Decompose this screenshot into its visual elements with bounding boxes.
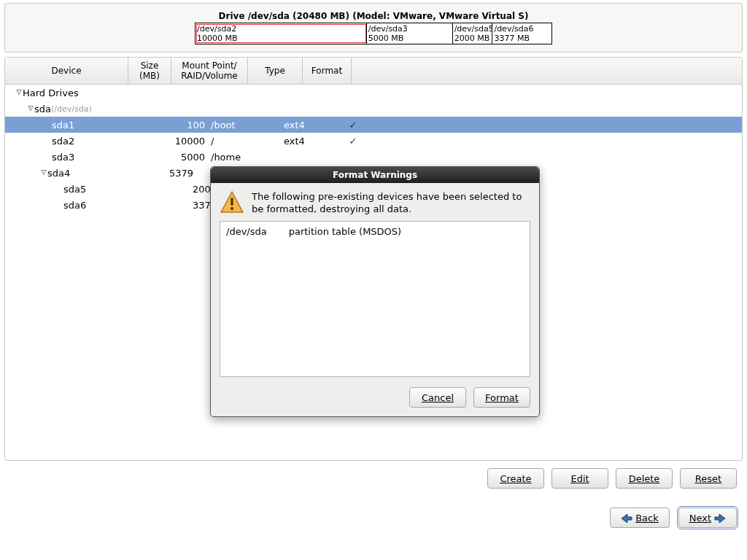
partition-label: sda1 bbox=[52, 120, 74, 131]
back-button[interactable]: Back bbox=[610, 508, 670, 528]
svg-point-4 bbox=[231, 207, 233, 210]
table-actions: Create Edit Delete Reset bbox=[0, 461, 747, 489]
dialog-title: Format Warnings bbox=[211, 167, 539, 183]
col-format[interactable]: Format bbox=[303, 58, 352, 84]
reset-button[interactable]: Reset bbox=[680, 468, 737, 489]
checkmark-icon: ✓ bbox=[349, 120, 357, 131]
partition-row[interactable]: sda210000/ext4✓ bbox=[5, 133, 742, 149]
arrow-left-icon bbox=[621, 513, 632, 524]
dialog-device-list: /dev/sda partition table (MSDOS) bbox=[220, 221, 530, 377]
col-type[interactable]: Type bbox=[248, 58, 303, 84]
partition-label: Hard Drives bbox=[23, 88, 79, 98]
drive-title: Drive /dev/sda (20480 MB) (Model: VMware… bbox=[219, 11, 529, 21]
expander-icon[interactable]: ▽ bbox=[15, 88, 23, 96]
expander-icon[interactable]: ▽ bbox=[40, 168, 47, 176]
partition-label: sda5 bbox=[63, 184, 86, 195]
checkmark-icon: ✓ bbox=[349, 136, 357, 147]
wizard-nav: Back Next bbox=[0, 489, 747, 528]
next-button[interactable]: Next bbox=[678, 508, 737, 528]
dialog-device-name: /dev/sda bbox=[226, 226, 267, 372]
expander-icon[interactable]: ▽ bbox=[27, 104, 34, 112]
col-mount[interactable]: Mount Point/RAID/Volume bbox=[171, 58, 248, 84]
drive-segment[interactable]: /dev/sda63377 MB bbox=[492, 23, 551, 44]
dialog-device-detail: partition table (MSDOS) bbox=[289, 226, 401, 372]
create-button[interactable]: Create bbox=[487, 468, 544, 489]
svg-marker-1 bbox=[715, 514, 725, 523]
svg-marker-0 bbox=[622, 514, 632, 523]
drive-usage-bar: /dev/sda210000 MB/dev/sda35000 MB/dev/sd… bbox=[195, 23, 552, 44]
col-device[interactable]: Device bbox=[5, 58, 128, 84]
drive-segment[interactable]: /dev/sda35000 MB bbox=[367, 23, 453, 44]
format-button[interactable]: Format bbox=[473, 387, 530, 408]
arrow-right-icon bbox=[714, 513, 726, 524]
format-warnings-dialog: Format Warnings The following pre-existi… bbox=[210, 166, 540, 417]
warning-icon bbox=[220, 190, 244, 215]
dialog-message: The following pre-existing devices have … bbox=[252, 190, 530, 215]
partition-row[interactable]: ▽ Hard Drives bbox=[5, 85, 742, 101]
partition-label: sda6 bbox=[63, 200, 86, 211]
column-headers: Device Size(MB) Mount Point/RAID/Volume … bbox=[5, 58, 742, 85]
drive-segment[interactable]: /dev/sda210000 MB bbox=[196, 23, 367, 44]
device-path: (/dev/sda) bbox=[51, 104, 92, 114]
partition-label: sda bbox=[34, 104, 51, 114]
col-size[interactable]: Size(MB) bbox=[128, 58, 171, 84]
partition-label: sda2 bbox=[52, 136, 74, 147]
svg-rect-3 bbox=[231, 198, 233, 206]
partition-row[interactable]: sda1100/bootext4✓ bbox=[5, 117, 742, 133]
partition-label: sda4 bbox=[47, 168, 70, 179]
drive-summary-panel: Drive /dev/sda (20480 MB) (Model: VMware… bbox=[4, 3, 743, 52]
partition-label: sda3 bbox=[52, 152, 74, 163]
partition-row[interactable]: ▽ sda (/dev/sda) bbox=[5, 101, 742, 117]
drive-segment[interactable]: /dev/sda52000 MB bbox=[453, 23, 493, 44]
partition-row[interactable]: sda35000/home bbox=[5, 149, 742, 165]
edit-button[interactable]: Edit bbox=[551, 468, 608, 489]
delete-button[interactable]: Delete bbox=[616, 468, 673, 489]
cancel-button[interactable]: Cancel bbox=[409, 387, 466, 408]
